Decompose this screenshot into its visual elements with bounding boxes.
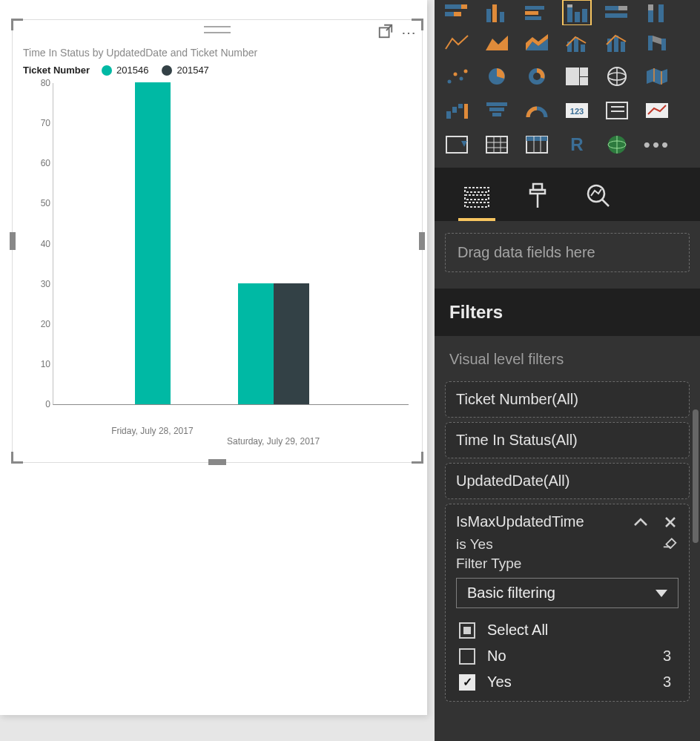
filter-option-yes[interactable]: Yes 3	[456, 669, 678, 695]
fields-tab-icon[interactable]	[461, 181, 492, 211]
filter-card-updated-date[interactable]: UpdatedDate(All)	[445, 463, 690, 499]
filter-card-ismaxupdatedtime[interactable]: IsMaxUpdatedTime is Yes Filter Type Basi…	[445, 504, 690, 702]
filter-type-label: Filter Type	[456, 553, 678, 572]
filter-option-label: Yes	[487, 674, 512, 691]
svg-rect-75	[465, 188, 489, 192]
viz-matrix-icon[interactable]	[522, 131, 552, 158]
focus-mode-icon[interactable]	[377, 23, 394, 42]
resize-handle-left[interactable]	[10, 232, 16, 250]
resize-handle-right[interactable]	[419, 232, 425, 250]
viz-filled-map-icon[interactable]	[642, 63, 672, 90]
svg-rect-50	[464, 104, 468, 119]
resize-handle-bottom-left[interactable]	[11, 452, 23, 464]
svg-rect-79	[530, 190, 545, 194]
svg-rect-18	[605, 13, 627, 18]
viz-funnel-icon[interactable]	[482, 97, 512, 124]
viz-table-icon[interactable]	[482, 131, 512, 158]
clear-filter-icon[interactable]	[662, 533, 678, 550]
svg-rect-68	[526, 136, 547, 141]
resize-handle-bottom-right[interactable]	[412, 452, 423, 464]
viz-donut-icon[interactable]	[522, 63, 552, 90]
svg-rect-11	[525, 16, 541, 20]
chart-legend: Ticket Number 201546 201547	[13, 65, 422, 76]
viz-map-icon[interactable]	[602, 63, 632, 90]
viz-line-stacked-column-icon[interactable]	[602, 29, 632, 56]
viz-ribbon-chart-icon[interactable]	[642, 29, 672, 56]
filter-card-time-in-status[interactable]: Time In Status(All)	[445, 422, 690, 458]
remove-filter-icon[interactable]	[662, 514, 678, 530]
svg-marker-22	[486, 36, 508, 50]
svg-rect-77	[465, 202, 489, 207]
filter-type-select[interactable]: Basic filtering	[456, 578, 678, 608]
collapse-chevron-icon[interactable]	[633, 514, 649, 530]
filter-option-select-all[interactable]: Select All	[456, 617, 678, 643]
viz-line-chart-icon[interactable]	[442, 29, 472, 56]
svg-rect-29	[614, 36, 618, 52]
svg-text:123: 123	[570, 107, 584, 116]
viz-multirow-card-icon[interactable]	[602, 97, 632, 124]
bar-201546-cat1[interactable]	[238, 283, 274, 404]
viz-treemap-icon[interactable]	[562, 63, 592, 90]
legend-item-201547[interactable]: 201547	[176, 65, 208, 76]
viz-clustered-column-icon[interactable]	[482, 0, 512, 25]
svg-marker-33	[653, 36, 661, 45]
svg-rect-49	[458, 104, 463, 108]
svg-rect-3	[461, 4, 467, 9]
resize-handle-bottom[interactable]	[208, 459, 226, 465]
viz-slicer-icon[interactable]	[442, 131, 472, 158]
drag-grip-icon[interactable]	[204, 26, 231, 33]
dropdown-caret-icon	[656, 590, 667, 597]
svg-rect-62	[486, 136, 507, 153]
chart-visual-container[interactable]: ⋯ Time In Status by UpdatedDate and Tick…	[12, 19, 423, 463]
format-tab-icon[interactable]	[522, 181, 553, 211]
viz-stacked-area-icon[interactable]	[522, 29, 552, 56]
filters-section-header: Filters	[435, 289, 700, 336]
y-tick: 80	[24, 78, 50, 88]
svg-line-82	[602, 200, 609, 206]
viz-stacked-column-icon[interactable]	[562, 0, 592, 25]
checkbox-checked-icon[interactable]	[459, 674, 475, 691]
viz-100-stacked-bar-icon[interactable]	[602, 0, 632, 25]
report-canvas[interactable]: ⋯ Time In Status by UpdatedDate and Tick…	[0, 0, 435, 741]
viz-gauge-icon[interactable]	[522, 97, 552, 124]
filter-card-label: Ticket Number(All)	[456, 391, 578, 407]
svg-rect-30	[621, 42, 625, 52]
viz-pie-icon[interactable]	[482, 63, 512, 90]
filter-option-no[interactable]: No 3	[456, 643, 678, 669]
viz-kpi-icon[interactable]	[642, 97, 672, 124]
pane-scrollbar-thumb[interactable]	[693, 409, 699, 543]
viz-card-icon[interactable]: 123	[562, 97, 592, 124]
viz-100-stacked-column-icon[interactable]	[642, 0, 672, 25]
viz-clustered-bar-icon[interactable]	[522, 0, 552, 25]
checkbox-tristate-icon[interactable]	[459, 622, 475, 639]
viz-arcgis-map-icon[interactable]	[602, 131, 632, 158]
legend-swatch-201546[interactable]	[102, 65, 112, 76]
viz-line-clustered-column-icon[interactable]	[562, 29, 592, 56]
viz-waterfall-icon[interactable]	[442, 97, 472, 124]
checkbox-unchecked-icon[interactable]	[459, 648, 475, 665]
import-custom-visual-icon[interactable]: •••	[642, 131, 672, 158]
svg-rect-13	[567, 4, 572, 7]
svg-rect-20	[648, 4, 653, 10]
analytics-tab-icon[interactable]	[583, 181, 614, 211]
bar-201547-cat1[interactable]	[274, 283, 309, 404]
svg-rect-51	[486, 102, 507, 106]
viz-area-chart-icon[interactable]	[482, 29, 512, 56]
svg-rect-42	[580, 67, 588, 76]
more-options-icon[interactable]: ⋯	[401, 25, 417, 40]
filter-type-value: Basic filtering	[467, 584, 555, 602]
svg-rect-12	[567, 7, 572, 22]
fields-drop-zone[interactable]: Drag data fields here	[445, 233, 690, 272]
svg-rect-21	[658, 4, 664, 22]
legend-item-201546[interactable]: 201546	[116, 65, 148, 76]
viz-scatter-icon[interactable]	[442, 63, 472, 90]
svg-rect-48	[452, 107, 457, 113]
viz-stacked-bar-h-icon[interactable]	[442, 0, 472, 25]
bar-201546-cat0[interactable]	[135, 82, 171, 404]
y-tick: 60	[24, 158, 50, 168]
filter-card-ticket-number[interactable]: Ticket Number(All)	[445, 381, 690, 418]
viz-r-visual-icon[interactable]: R	[562, 131, 592, 158]
visual-level-filters-header: Visual level filters	[435, 336, 700, 377]
legend-swatch-201547[interactable]	[162, 65, 172, 76]
legend-field-label: Ticket Number	[23, 65, 90, 76]
